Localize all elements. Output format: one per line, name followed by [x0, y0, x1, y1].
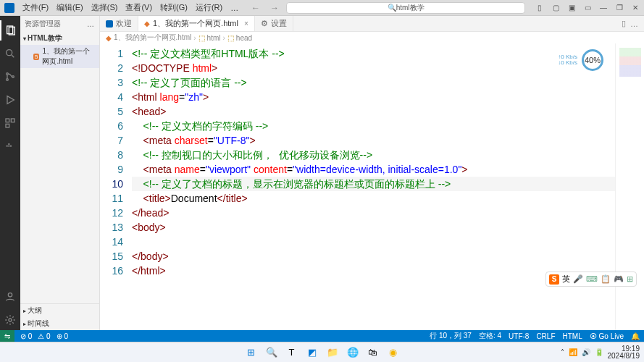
status-indent[interactable]: 空格: 4 [479, 331, 501, 341]
taskbar-store-icon[interactable]: 🛍 [365, 345, 381, 361]
window-maximize-button[interactable]: ❐ [612, 1, 627, 14]
svg-marker-7 [7, 96, 14, 104]
ime-clipboard-icon[interactable]: 📋 [601, 274, 611, 284]
split-editor-icon[interactable]: ▯ [622, 19, 626, 28]
ime-language[interactable]: 英 [562, 274, 570, 285]
nav-forward-icon[interactable]: → [267, 3, 282, 13]
tab-settings[interactable]: ⚙ 设置 [255, 16, 293, 31]
ime-toolbar[interactable]: S 英 🎤 ⌨ 📋 🎮 ⊞ [545, 272, 637, 287]
menu-more[interactable]: … [227, 2, 241, 14]
menu-edit[interactable]: 编辑(E) [54, 1, 86, 14]
ime-game-icon[interactable]: 🎮 [614, 274, 624, 284]
breadcrumb-symbol-icon: ⬚ [198, 34, 205, 42]
status-language[interactable]: HTML [563, 332, 582, 340]
svg-point-2 [7, 50, 12, 56]
breadcrumb[interactable]: ◆ 1、我的第一个网页.html › ⬚ html › ⬚ head [100, 32, 644, 43]
extensions-icon[interactable] [0, 113, 20, 133]
taskbar-explorer-icon[interactable]: 📁 [325, 345, 340, 361]
svg-rect-12 [8, 146, 9, 147]
gear-icon: ⚙ [261, 19, 268, 28]
svg-rect-8 [6, 119, 9, 122]
explorer-icon[interactable] [0, 20, 20, 41]
sidebar-outline[interactable]: 大纲 [20, 304, 99, 317]
svg-rect-10 [6, 124, 9, 127]
status-errors[interactable]: ⊘ 0 [20, 332, 32, 340]
docker-icon[interactable] [0, 136, 20, 156]
html5-icon: ◆ [106, 34, 112, 42]
menu-file[interactable]: 文件(F) [20, 1, 51, 14]
ime-grid-icon[interactable]: ⊞ [627, 274, 633, 284]
source-control-icon[interactable] [0, 67, 20, 87]
windows-taskbar: ⊞ 🔍 T ◩ 📁 🌐 🛍 ◉ ˄ 📶 🔊 🔋 19:19 2024/8/19 [0, 342, 644, 362]
tab-more-icon[interactable]: … [630, 20, 638, 28]
sidebar-timeline[interactable]: 时间线 [20, 317, 99, 330]
account-icon[interactable] [0, 287, 20, 307]
activity-bar [0, 16, 20, 330]
sidebar-folder[interactable]: HTML教学 [20, 32, 99, 45]
ime-mic-icon[interactable]: 🎤 [573, 274, 583, 284]
taskbar-search-icon[interactable]: 🔍 [264, 345, 280, 361]
system-tray: ˄ 📶 🔊 🔋 19:19 2024/8/19 [561, 345, 640, 360]
tab-welcome[interactable]: 欢迎 [100, 16, 138, 31]
menu-select[interactable]: 选择(S) [88, 1, 121, 14]
tray-volume-icon[interactable]: 🔊 [582, 348, 590, 356]
code-editor[interactable]: 12345678910111213141516 <!-- 定义文档类型和HTML… [100, 43, 644, 330]
taskbar-chrome-icon[interactable]: ◉ [385, 345, 401, 361]
status-notifications-icon[interactable]: 🔔 [631, 332, 640, 340]
svg-point-15 [8, 293, 12, 297]
search-icon[interactable] [0, 43, 20, 64]
html5-icon: 5 [33, 54, 39, 60]
line-number-gutter: 12345678910111213141516 [100, 43, 132, 330]
code-content[interactable]: <!-- 定义文档类型和HTML版本 --><!DOCTYPE html><!-… [132, 43, 615, 330]
sidebar-more-icon[interactable]: … [87, 20, 95, 28]
menu-view[interactable]: 查看(V) [122, 1, 155, 14]
title-bar: 文件(F) 编辑(E) 选择(S) 查看(V) 转到(G) 运行(R) … ← … [0, 0, 644, 16]
taskbar-edge-icon[interactable]: 🌐 [345, 345, 361, 361]
start-button[interactable]: ⊞ [243, 345, 259, 361]
performance-badge: ↑0 Kb/s↓0 Kb/s 40% [558, 49, 603, 71]
svg-point-4 [7, 73, 9, 75]
status-encoding[interactable]: UTF-8 [509, 332, 529, 340]
tray-chevron-up-icon[interactable]: ˄ [561, 348, 564, 356]
tray-clock[interactable]: 19:19 2024/8/19 [608, 345, 640, 360]
tab-close-icon[interactable]: × [244, 20, 248, 28]
status-bar: ⇋ ⊘ 0 ⚠ 0 ⊕ 0 行 10，列 37 空格: 4 UTF-8 CRLF… [0, 330, 644, 342]
status-eol[interactable]: CRLF [536, 332, 555, 340]
sidebar-title: 资源管理器 [25, 19, 61, 29]
taskbar-widgets-icon[interactable]: ◩ [304, 345, 320, 361]
status-ports[interactable]: ⊕ 0 [57, 332, 68, 340]
sidebar-file-item[interactable]: 5 1、我的第一个网页.html [20, 45, 99, 68]
sidebar-file-label: 1、我的第一个网页.html [42, 46, 96, 67]
svg-point-6 [12, 76, 14, 78]
breadcrumb-symbol-icon: ⬚ [227, 34, 234, 42]
command-center-input[interactable]: 🔍 html教学 [286, 2, 525, 14]
svg-rect-14 [8, 143, 9, 145]
status-cursor-position[interactable]: 行 10，列 37 [430, 331, 472, 341]
settings-gear-icon[interactable] [0, 310, 20, 330]
menu-goto[interactable]: 转到(G) [157, 1, 191, 14]
layout-primary-icon[interactable]: ▯ [532, 1, 547, 14]
status-warnings[interactable]: ⚠ 0 [38, 332, 50, 340]
window-minimize-button[interactable]: ― [596, 1, 611, 14]
explorer-sidebar: 资源管理器 … HTML教学 5 1、我的第一个网页.html 大纲 时间线 [20, 16, 100, 330]
window-close-button[interactable]: ✕ [628, 1, 643, 14]
status-golive[interactable]: ⦿ Go Live [590, 332, 624, 340]
layout-secondary-icon[interactable]: ▣ [564, 1, 579, 14]
ime-keyboard-icon[interactable]: ⌨ [586, 274, 598, 284]
run-debug-icon[interactable] [0, 90, 20, 110]
taskbar-taskview-icon[interactable]: T [284, 345, 300, 361]
layout-panel-icon[interactable]: ▢ [548, 1, 563, 14]
nav-back-icon[interactable]: ← [248, 3, 263, 13]
minimap[interactable] [615, 43, 644, 330]
tab-current-file[interactable]: ◆ 1、我的第一个网页.html × [138, 16, 255, 31]
vscode-logo-icon [4, 3, 14, 13]
svg-rect-11 [7, 146, 8, 147]
layout-custom-icon[interactable]: ▭ [580, 1, 595, 14]
menu-run[interactable]: 运行(R) [193, 1, 225, 14]
svg-point-16 [9, 319, 12, 321]
remote-indicator[interactable]: ⇋ [0, 330, 14, 342]
command-center-text: html教学 [396, 3, 425, 13]
tray-battery-icon[interactable]: 🔋 [595, 348, 603, 356]
search-icon: 🔍 [388, 4, 396, 12]
tray-network-icon[interactable]: 📶 [569, 348, 577, 356]
